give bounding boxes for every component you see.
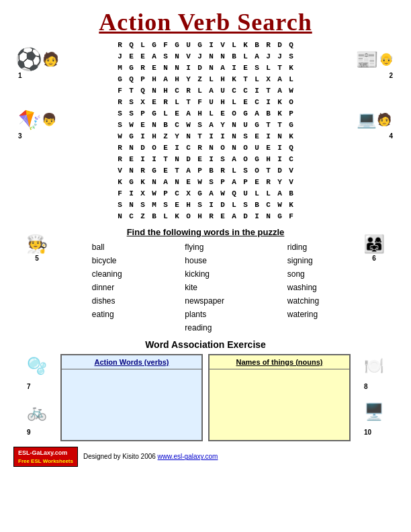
association-section: Word Association Exercise 🫧 7 🚲 9 Action… — [13, 339, 398, 441]
footer: ESL-GaLaxy.com Free ESL Worksheets Desig… — [13, 447, 398, 467]
image-9: 🚲 9 — [27, 402, 47, 439]
word-kicking: kicking — [185, 268, 210, 280]
nouns-box: Names of things (nouns) — [208, 354, 351, 441]
image-5: 🧑‍🍳 5 — [13, 227, 60, 262]
image-10: 🖥️ 10 — [364, 402, 384, 439]
image-8: 🍽️ 8 — [364, 357, 384, 393]
word-song: song — [287, 268, 305, 280]
wordlist-center: Find the following words in the puzzle b… — [60, 227, 351, 334]
image-7: 🫧 7 — [27, 357, 47, 393]
word-eating: eating — [92, 308, 114, 320]
footer-logo: ESL-GaLaxy.com Free ESL Worksheets — [13, 447, 78, 467]
word-dishes: dishes — [92, 295, 116, 307]
word-grid-container: RQLGFGUGIVLKBRDQ JEEASNVJNNBLAJJS MGRENN… — [63, 39, 348, 222]
word-bicycle: bicycle — [92, 255, 117, 267]
word-col-2: flying house kicking kite newspaper plan… — [185, 241, 224, 334]
wordsearch-area: ⚽ 🧑 1 🪁 👦 3 RQLGFGUGIVLKBRDQ JEEASNVJNNB… — [13, 39, 398, 222]
wordlist-title: Find the following words in the puzzle — [60, 227, 351, 237]
word-reading: reading — [185, 322, 212, 334]
left-side-images: ⚽ 🧑 1 🪁 👦 3 — [13, 39, 60, 140]
word-plants: plants — [185, 308, 206, 320]
word-col-1: ball bicycle cleaning dinner dishes eati… — [92, 241, 122, 334]
verbs-box: Action Words (verbs) — [60, 354, 203, 441]
image-6: 👨‍👩‍👧 6 — [351, 227, 398, 262]
image-2: 📰 👴 2 — [354, 39, 394, 79]
image-4: 💻 🧑 4 — [354, 99, 394, 140]
association-title: Word Association Exercise — [13, 339, 398, 350]
word-kite: kite — [185, 281, 197, 294]
word-flying: flying — [185, 241, 203, 253]
word-columns: ball bicycle cleaning dinner dishes eati… — [60, 241, 351, 334]
word-col-3: riding signing song washing watching wat… — [287, 241, 319, 334]
left-assoc-images: 🫧 7 🚲 9 — [13, 354, 60, 441]
logo-line1: ESL-GaLaxy.com — [18, 449, 73, 457]
image-3: 🪁 👦 3 — [17, 99, 57, 140]
word-ball: ball — [92, 241, 105, 253]
wordlist-section: 🧑‍🍳 5 Find the following words in the pu… — [13, 227, 398, 334]
logo-line2: Free ESL Worksheets — [18, 457, 73, 465]
right-assoc-images: 🍽️ 8 🖥️ 10 — [351, 354, 398, 441]
word-dinner: dinner — [92, 281, 114, 294]
footer-link[interactable]: www.esl-galaxy.com — [158, 453, 218, 460]
nouns-box-body — [210, 369, 349, 440]
nouns-box-header: Names of things (nouns) — [210, 355, 349, 369]
right-side-images: 📰 👴 2 💻 🧑 4 — [351, 39, 398, 140]
association-boxes: Action Words (verbs) Names of things (no… — [60, 354, 351, 441]
word-newspaper: newspaper — [185, 295, 224, 307]
word-cleaning: cleaning — [92, 268, 122, 280]
word-signing: signing — [287, 255, 313, 267]
verbs-box-header: Action Words (verbs) — [62, 355, 201, 369]
verbs-box-body — [62, 369, 201, 440]
word-search-grid: RQLGFGUGIVLKBRDQ JEEASNVJNNBLAJJS MGRENN… — [114, 39, 297, 222]
word-riding: riding — [287, 241, 307, 253]
image-1: ⚽ 🧑 1 — [17, 39, 57, 79]
footer-text: Designed by Kisito 2006 www.esl-galaxy.c… — [83, 453, 218, 460]
word-watching: watching — [287, 295, 319, 307]
designed-by-text: Designed by Kisito 2006 — [83, 453, 158, 460]
association-row: 🫧 7 🚲 9 Action Words (verbs) Names of th… — [13, 354, 398, 441]
page-title: Action Verb Search — [13, 8, 398, 36]
word-washing: washing — [287, 281, 317, 294]
word-house: house — [185, 255, 207, 267]
word-watering: watering — [287, 308, 318, 320]
